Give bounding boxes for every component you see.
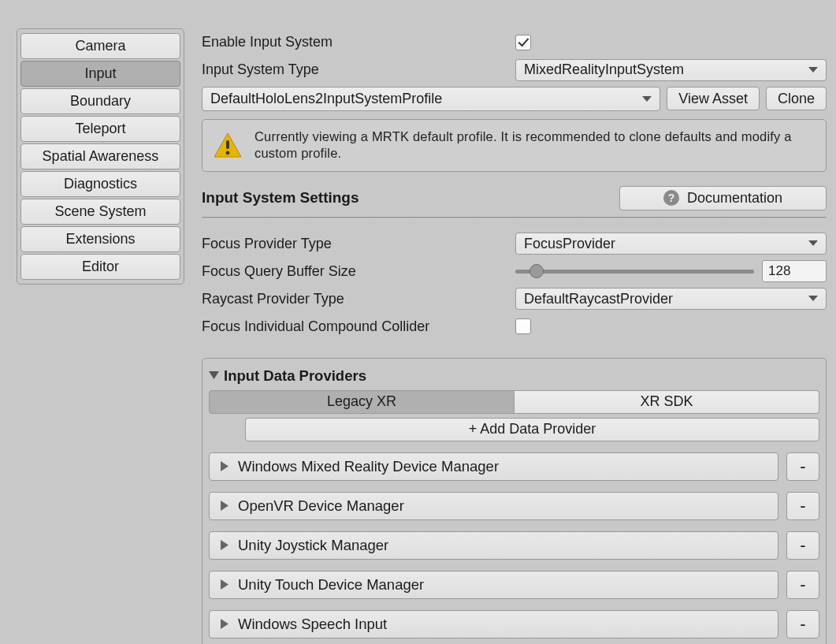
focus-buffer-value-input[interactable]: 128 [762, 260, 827, 282]
sidebar-tab-diagnostics[interactable]: Diagnostics [20, 171, 180, 197]
sidebar-tab-input[interactable]: Input [20, 61, 180, 87]
remove-provider-button[interactable]: - [786, 571, 819, 599]
svg-marker-5 [808, 240, 818, 246]
main-panel: Enable Input System Input System Type Mi… [202, 28, 827, 644]
sidebar-item-label: Camera [75, 38, 125, 54]
add-data-provider-button[interactable]: + Add Data Provider [245, 418, 819, 441]
provider-label: Unity Touch Device Manager [238, 576, 424, 594]
compound-collider-label: Focus Individual Compound Collider [202, 318, 515, 335]
sidebar-item-label: Diagnostics [64, 176, 137, 192]
remove-provider-button[interactable]: - [786, 492, 819, 520]
slider-thumb[interactable] [529, 264, 544, 278]
enable-input-system-checkbox[interactable] [515, 35, 531, 50]
foldout-triangle-right-icon [221, 616, 229, 633]
chevron-down-icon [808, 240, 818, 247]
warning-box: Currently viewing a MRTK default profile… [202, 119, 827, 172]
dropdown-value: FocusProvider [524, 236, 615, 252]
svg-marker-0 [808, 67, 818, 73]
sidebar-tab-teleport[interactable]: Teleport [20, 116, 180, 142]
providers-foldout-header[interactable]: Input Data Providers [209, 367, 819, 385]
category-sidebar: Camera Input Boundary Teleport Spatial A… [17, 28, 184, 285]
compound-collider-checkbox[interactable] [515, 318, 531, 334]
provider-foldout[interactable]: Windows Speech Input [209, 610, 778, 638]
svg-marker-6 [808, 296, 818, 301]
remove-provider-button[interactable]: - [786, 452, 819, 481]
foldout-triangle-right-icon [221, 497, 229, 515]
section-title: Input System Settings [202, 189, 359, 207]
focus-buffer-label: Focus Query Buffer Size [202, 263, 515, 280]
remove-provider-button[interactable]: - [786, 531, 819, 560]
focus-provider-dropdown[interactable]: FocusProvider [515, 233, 827, 255]
foldout-triangle-right-icon [221, 576, 229, 594]
dropdown-value: MixedRealityInputSystem [524, 61, 684, 78]
chevron-down-icon [808, 67, 818, 73]
svg-marker-9 [221, 501, 229, 511]
provider-foldout[interactable]: Windows Mixed Reality Device Manager [209, 452, 778, 481]
sidebar-tab-boundary[interactable]: Boundary [20, 88, 180, 114]
warning-icon [214, 132, 242, 158]
sidebar-tab-spatial-awareness[interactable]: Spatial Awareness [20, 143, 180, 169]
help-icon: ? [663, 190, 679, 206]
dropdown-value: DefaultHoloLens2InputSystemProfile [210, 91, 442, 107]
sidebar-item-label: Spatial Awareness [43, 148, 159, 165]
documentation-button[interactable]: ? Documentation [619, 186, 827, 210]
svg-marker-7 [209, 371, 219, 379]
input-system-type-dropdown[interactable]: MixedRealityInputSystem [515, 59, 827, 81]
raycast-provider-dropdown[interactable]: DefaultRaycastProvider [515, 288, 827, 310]
foldout-triangle-right-icon [221, 458, 229, 475]
chevron-down-icon [642, 96, 652, 102]
focus-buffer-slider[interactable] [515, 270, 754, 274]
input-system-type-label: Input System Type [202, 61, 515, 78]
input-data-providers-panel: Input Data Providers Legacy XR XR SDK + … [202, 358, 827, 644]
provider-label: OpenVR Device Manager [238, 497, 404, 515]
providers-mode-tabs: Legacy XR XR SDK [209, 390, 819, 414]
dropdown-value: DefaultRaycastProvider [524, 291, 673, 307]
foldout-triangle-down-icon [209, 371, 219, 380]
sidebar-item-label: Extensions [65, 231, 135, 248]
sidebar-item-label: Input [84, 65, 116, 82]
sidebar-item-label: Teleport [75, 121, 125, 137]
provider-foldout[interactable]: OpenVR Device Manager [209, 492, 778, 520]
sidebar-tab-camera[interactable]: Camera [20, 33, 180, 59]
provider-foldout[interactable]: Unity Touch Device Manager [209, 571, 778, 599]
remove-provider-button[interactable]: - [786, 610, 819, 638]
provider-label: Unity Joystick Manager [238, 537, 388, 554]
provider-label: Windows Mixed Reality Device Manager [238, 458, 499, 475]
profile-dropdown[interactable]: DefaultHoloLens2InputSystemProfile [202, 87, 660, 111]
foldout-triangle-right-icon [221, 537, 229, 554]
tab-legacy-xr[interactable]: Legacy XR [209, 390, 515, 414]
svg-marker-10 [221, 540, 229, 550]
svg-marker-11 [221, 579, 229, 590]
sidebar-item-label: Editor [82, 259, 119, 275]
clone-button[interactable]: Clone [766, 87, 827, 110]
svg-point-4 [226, 151, 230, 155]
sidebar-tab-scene-system[interactable]: Scene System [20, 199, 180, 225]
provider-label: Windows Speech Input [238, 616, 387, 633]
sidebar-item-label: Scene System [54, 203, 146, 220]
sidebar-tab-extensions[interactable]: Extensions [20, 226, 180, 252]
view-asset-button[interactable]: View Asset [667, 87, 760, 110]
divider [202, 217, 827, 219]
svg-marker-1 [642, 96, 652, 102]
sidebar-item-label: Boundary [70, 93, 131, 110]
enable-input-system-label: Enable Input System [202, 34, 515, 50]
svg-marker-12 [221, 619, 229, 629]
panel-title: Input Data Providers [224, 367, 366, 385]
raycast-provider-label: Raycast Provider Type [202, 291, 515, 307]
tab-xr-sdk[interactable]: XR SDK [515, 390, 819, 414]
chevron-down-icon [808, 296, 818, 302]
svg-rect-3 [226, 140, 229, 149]
warning-text: Currently viewing a MRTK default profile… [255, 128, 815, 162]
focus-provider-label: Focus Provider Type [202, 236, 515, 252]
sidebar-tab-editor[interactable]: Editor [20, 254, 180, 280]
provider-foldout[interactable]: Unity Joystick Manager [209, 531, 778, 560]
svg-marker-8 [221, 461, 229, 471]
